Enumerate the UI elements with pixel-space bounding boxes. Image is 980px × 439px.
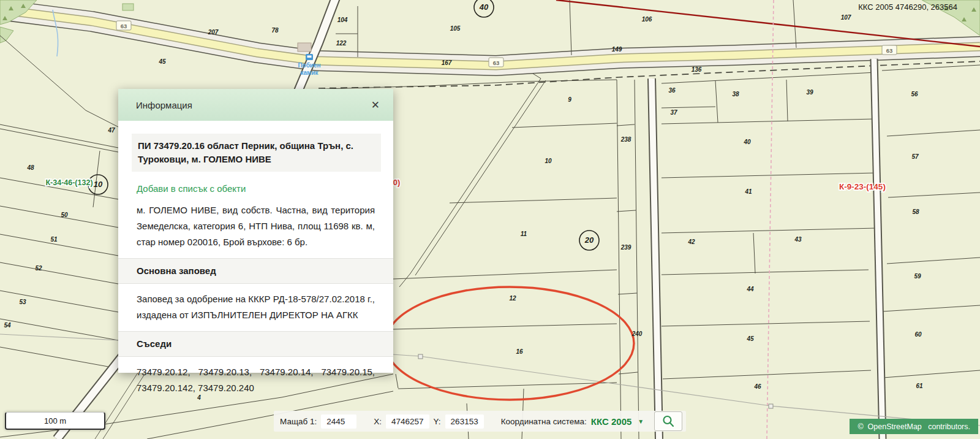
parcel-number-label: 105 <box>450 25 461 32</box>
parcel-number-label: 238 <box>620 136 631 143</box>
add-to-object-list-link[interactable]: Добави в списък с обекти <box>137 181 375 197</box>
crs-selected-value: ККС 2005 <box>591 416 631 427</box>
cursor-coordinates-readout: ККС 2005 4746290, 263564 <box>858 2 957 12</box>
x-coordinate-input[interactable]: 4746257 <box>386 414 429 429</box>
osm-attribution: © OpenStreetMap contributors. <box>850 419 978 434</box>
building <box>298 43 311 52</box>
x-label: X: <box>374 417 382 426</box>
parcel-number-label: 57 <box>911 153 919 160</box>
parcel-number-label: 36 <box>668 87 676 94</box>
map-sheet-label: К-34-46-(132) <box>45 178 92 187</box>
neighbors-section-header: Съседи <box>118 331 393 357</box>
search-icon <box>662 414 675 428</box>
popup-title: Информация <box>136 100 369 110</box>
parcel-number-label: 45 <box>746 335 754 342</box>
crs-label: Координатна система: <box>501 417 587 426</box>
map-scale-bar: 100 m <box>5 412 105 430</box>
road-shield-number: 63 <box>886 47 893 54</box>
scale-label: Мащаб 1: <box>280 417 317 426</box>
order-text: Заповед за одобрение на КККР РД-18-578/2… <box>137 291 375 323</box>
scale-input[interactable]: 2445 <box>321 414 356 429</box>
crs-select[interactable]: ККС 2005 ▼ <box>591 416 644 427</box>
bus-stop-name-line2: камик <box>300 69 318 76</box>
parcel-number-label: 207 <box>208 29 219 36</box>
road-shield-number: 63 <box>493 59 500 66</box>
cadastral-region-number: 10 <box>94 180 103 189</box>
parcel-number-label: 59 <box>914 273 921 280</box>
parcel-description: м. ГОЛЕМО НИВЕ, вид собств. Частна, вид … <box>137 202 375 250</box>
parcel-number-label: 106 <box>642 16 652 23</box>
scale-bar-label: 100 m <box>44 416 66 426</box>
parcel-number-label: 11 <box>521 231 527 237</box>
parcel-number-label: 122 <box>336 40 347 47</box>
search-button[interactable] <box>654 411 682 431</box>
road-shield-number: 63 <box>121 23 127 29</box>
chevron-down-icon: ▼ <box>638 418 644 425</box>
parcel-number-label: 104 <box>337 17 348 23</box>
y-coordinate-input[interactable]: 263153 <box>445 414 484 429</box>
info-popup-header: Информация ✕ <box>118 89 393 121</box>
parcel-number-label: 43 <box>794 236 802 243</box>
parcel-number-label: 149 <box>612 46 622 53</box>
bus-stop-icon-window <box>307 56 312 58</box>
parcel-number-label: 45 <box>158 58 166 65</box>
status-bar: Мащаб 1: 2445 X: 4746257 Y: 263153 Коорд… <box>274 411 686 432</box>
parcel-number-label: 52 <box>35 265 42 272</box>
info-popup-body: ПИ 73479.20.16 област Перник, община Тръ… <box>118 134 393 396</box>
parcel-number-label: 53 <box>19 299 26 305</box>
parcel-identifier-title: ПИ 73479.20.16 област Перник, община Тръ… <box>132 134 381 172</box>
parcel-number-label: 38 <box>732 91 739 97</box>
parcel-number-label: 44 <box>746 286 754 292</box>
parcel-number-label: 42 <box>687 239 695 245</box>
cadastral-region-number: 20 <box>584 235 594 245</box>
parcel-number-label: 39 <box>806 89 813 96</box>
map-viewport: 2077810412210510610714916713645474850515… <box>0 0 980 439</box>
y-label: Y: <box>434 417 441 426</box>
parcel-number-label: 9 <box>568 96 571 103</box>
order-section-header: Основна заповед <box>118 258 393 284</box>
parcel-number-label: 167 <box>442 59 452 66</box>
neighbors-list: 73479.20.12, 73479.20.13, 73479.20.14, 7… <box>137 364 375 396</box>
parcel-number-label: 78 <box>271 27 279 34</box>
parcel-number-label: 54 <box>4 322 11 329</box>
parcel-number-label: 239 <box>620 244 631 251</box>
parcel-number-label: 12 <box>509 295 516 302</box>
bus-stop-name-line1: Побиен <box>298 62 320 69</box>
cadastral-region-number: 40 <box>479 2 489 12</box>
parcel-number-label: 58 <box>912 208 919 215</box>
map-sheet-label: К-9-23-(145) <box>839 182 886 191</box>
parcel-number-label: 47 <box>107 127 115 134</box>
parcel-number-label: 37 <box>670 109 677 116</box>
parcel-number-label: 48 <box>26 164 34 171</box>
parcel-number-label: 240 <box>631 330 643 337</box>
info-popup: Информация ✕ ПИ 73479.20.16 област Перни… <box>118 89 393 373</box>
parcel-number-label: 61 <box>916 383 923 389</box>
parcel-number-label: 46 <box>753 383 761 390</box>
close-icon[interactable]: ✕ <box>369 99 382 112</box>
parcel-number-label: 41 <box>744 188 752 195</box>
parcel-number-label: 50 <box>61 212 68 218</box>
parcel-number-label: 40 <box>743 139 751 145</box>
parcel-number-label: 60 <box>914 331 922 338</box>
parcel-number-label: 16 <box>516 348 523 355</box>
parcel-number-label: 51 <box>50 236 58 243</box>
parcel-number-label: 10 <box>545 158 552 164</box>
parcel-number-label: 56 <box>911 91 918 97</box>
parcel-number-label: 136 <box>692 66 702 73</box>
parcel-number-label: 107 <box>841 14 851 21</box>
